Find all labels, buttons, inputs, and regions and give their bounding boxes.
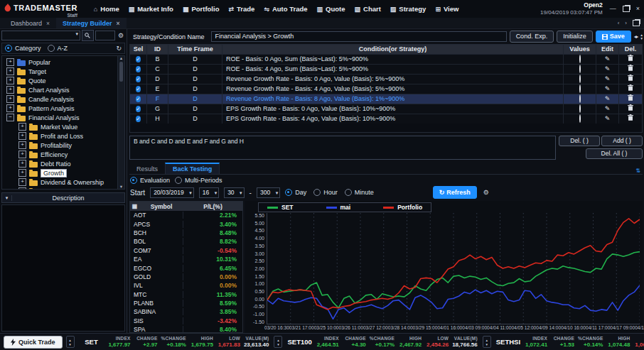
- expand-toggle-icon[interactable]: +: [18, 141, 26, 149]
- condition-select-cell[interactable]: ✓: [130, 65, 147, 74]
- sidebar-settings-wrench-icon[interactable]: ⚙: [117, 32, 125, 39]
- values-radio-icon[interactable]: [579, 114, 581, 123]
- condition-select-cell[interactable]: ✓: [130, 94, 147, 104]
- category-search-combobox[interactable]: [1, 31, 80, 40]
- expand-toggle-icon[interactable]: −: [6, 114, 14, 121]
- expand-toggle-icon[interactable]: +: [18, 187, 26, 190]
- stock-row-mtc[interactable]: MTC11.35%: [130, 290, 242, 299]
- condition-values-cell[interactable]: [564, 75, 596, 84]
- tree-item-market-value[interactable]: +Market Value: [2, 122, 124, 131]
- radio-category[interactable]: Category: [5, 45, 41, 52]
- tree-item-target[interactable]: +Target: [2, 67, 124, 76]
- expand-toggle-icon[interactable]: +: [6, 58, 14, 66]
- radio-evaluation[interactable]: Evaluation: [130, 177, 170, 184]
- menu-item-view[interactable]: ⊞View: [435, 5, 458, 13]
- restore-icon[interactable]: [623, 6, 630, 12]
- minimize-icon[interactable]: —: [610, 5, 616, 12]
- selected-check-icon[interactable]: ✓: [136, 86, 140, 92]
- tab-scroll-left-icon[interactable]: ‹: [618, 20, 620, 26]
- condition-values-cell[interactable]: [564, 65, 596, 74]
- condition-select-cell[interactable]: ✓: [130, 114, 147, 124]
- stock-row-com7[interactable]: COM7-0.54%: [130, 246, 242, 255]
- expand-toggle-icon[interactable]: +: [18, 160, 26, 168]
- values-radio-icon[interactable]: [579, 94, 581, 103]
- radio-a-z[interactable]: A-Z: [48, 45, 68, 52]
- market-stepper-control[interactable]: ▴▾: [274, 336, 282, 348]
- condition-row-H[interactable]: ✓HDEPS Growth Rate - Basis: 4 Ago, Value…: [130, 114, 642, 124]
- stock-row-sabina[interactable]: SABINA3.85%: [130, 307, 242, 316]
- scrollbar-thumb[interactable]: [119, 62, 123, 82]
- stock-row-gold[interactable]: GOLD0.00%: [130, 273, 242, 281]
- tree-scrollbar[interactable]: ▲ ▼: [117, 56, 124, 189]
- expand-toggle-icon[interactable]: +: [18, 132, 26, 140]
- radio-day[interactable]: Day: [285, 189, 306, 196]
- selected-check-icon[interactable]: ✓: [136, 76, 140, 82]
- selected-check-icon[interactable]: ✓: [136, 66, 140, 72]
- radio-minute[interactable]: Minute: [345, 189, 374, 196]
- stock-row-ea[interactable]: EA10.31%: [130, 255, 242, 263]
- cond-exp-button[interactable]: Cond. Exp.: [510, 31, 554, 43]
- values-radio-icon[interactable]: [579, 75, 581, 83]
- menu-item-strategy[interactable]: ▨Strategy: [390, 5, 426, 13]
- expand-toggle-icon[interactable]: +: [6, 77, 14, 84]
- values-radio-icon[interactable]: [579, 84, 581, 93]
- edit-pencil-icon[interactable]: ✎: [605, 75, 611, 82]
- del-group-button[interactable]: Del. ( ): [559, 136, 600, 146]
- condition-edit-cell[interactable]: ✎: [596, 75, 619, 84]
- condition-row-C[interactable]: ✓CDROE - Basis: 4 Ago, Sum (Basis~Last):…: [130, 64, 642, 74]
- tab-dashboard[interactable]: Dashboard×: [4, 18, 56, 28]
- add-group-button[interactable]: Add ( ): [601, 136, 643, 146]
- panel-resize-icon[interactable]: ⇅: [635, 168, 643, 174]
- scroll-down-icon[interactable]: ▼: [119, 185, 123, 189]
- tree-item-candle-analysis[interactable]: +Candle Analysis: [2, 94, 124, 104]
- condition-values-cell[interactable]: [564, 94, 596, 104]
- condition-edit-cell[interactable]: ✎: [596, 55, 619, 64]
- tab-results[interactable]: Results: [129, 164, 165, 174]
- refresh-button[interactable]: ↻ Refresh: [433, 186, 477, 199]
- stock-row-bol[interactable]: BOL8.82%: [130, 237, 242, 246]
- selected-check-icon[interactable]: ✓: [136, 106, 140, 112]
- tree-item-quote[interactable]: +Quote: [2, 76, 124, 85]
- tab-scroll-right-icon[interactable]: ›: [625, 20, 627, 26]
- menu-item-quote[interactable]: ▥Quote: [317, 5, 345, 13]
- stock-row-aot[interactable]: AOT2.21%: [130, 211, 242, 219]
- condition-delete-cell[interactable]: [619, 84, 642, 94]
- tab-strategy-builder[interactable]: Strategy Builder×: [56, 18, 127, 28]
- condition-edit-cell[interactable]: ✎: [596, 65, 619, 74]
- condition-edit-cell[interactable]: ✎: [596, 84, 619, 94]
- edit-pencil-icon[interactable]: ✎: [605, 55, 611, 62]
- start-date-select[interactable]: 20/03/2019: [150, 187, 194, 198]
- tree-item-pattern-analysis[interactable]: +Pattern Analysis: [2, 104, 124, 113]
- menu-item-portfolio[interactable]: ▦Portfolio: [183, 5, 220, 13]
- condition-row-D[interactable]: ✓DDRevenue Growth Rate - Basis: 0 Ago, V…: [130, 74, 642, 84]
- condition-values-cell[interactable]: [564, 104, 596, 114]
- expand-toggle-icon[interactable]: +: [6, 104, 14, 112]
- stock-row-egco[interactable]: EGCO6.45%: [130, 263, 242, 272]
- values-radio-icon[interactable]: [579, 104, 581, 113]
- market-stepper-control[interactable]: ▴▾: [483, 336, 491, 348]
- selected-check-icon[interactable]: ✓: [136, 56, 140, 62]
- tree-item-dividend-ownership[interactable]: +Dividend & Ownership: [2, 177, 124, 187]
- condition-row-E[interactable]: ✓EDRevenue Growth Rate - Basis: 4 Ago, V…: [130, 84, 642, 94]
- menu-item-market-info[interactable]: ▤Market Info: [129, 5, 173, 13]
- quick-trade-button[interactable]: Quick Trade: [4, 336, 63, 349]
- refresh-categories-icon[interactable]: ↻: [116, 45, 122, 52]
- condition-delete-cell[interactable]: [619, 55, 642, 64]
- condition-select-cell[interactable]: ✓: [130, 55, 147, 64]
- logic-expression-input[interactable]: B and C and D and E and F and G and H: [129, 136, 556, 160]
- edit-pencil-icon[interactable]: ✎: [605, 85, 611, 92]
- condition-delete-cell[interactable]: [619, 94, 642, 104]
- description-collapse-icon[interactable]: ▾: [2, 195, 12, 201]
- tab-close-icon[interactable]: ×: [46, 20, 50, 27]
- expand-toggle-icon[interactable]: +: [18, 178, 26, 186]
- edit-pencil-icon[interactable]: ✎: [605, 115, 611, 122]
- expand-toggle-icon[interactable]: +: [18, 123, 26, 131]
- tree-item-liquidity[interactable]: +Liquidity: [2, 187, 124, 190]
- del-all-button[interactable]: Del. All ( ): [586, 148, 643, 159]
- condition-delete-cell[interactable]: [619, 65, 642, 74]
- condition-edit-cell[interactable]: ✎: [596, 114, 619, 124]
- close-icon[interactable]: ×: [636, 5, 640, 12]
- expand-toggle-icon[interactable]: +: [6, 95, 14, 103]
- tree-item-chart-analysis[interactable]: +Chart Analysis: [2, 85, 124, 94]
- edit-pencil-icon[interactable]: ✎: [605, 65, 611, 72]
